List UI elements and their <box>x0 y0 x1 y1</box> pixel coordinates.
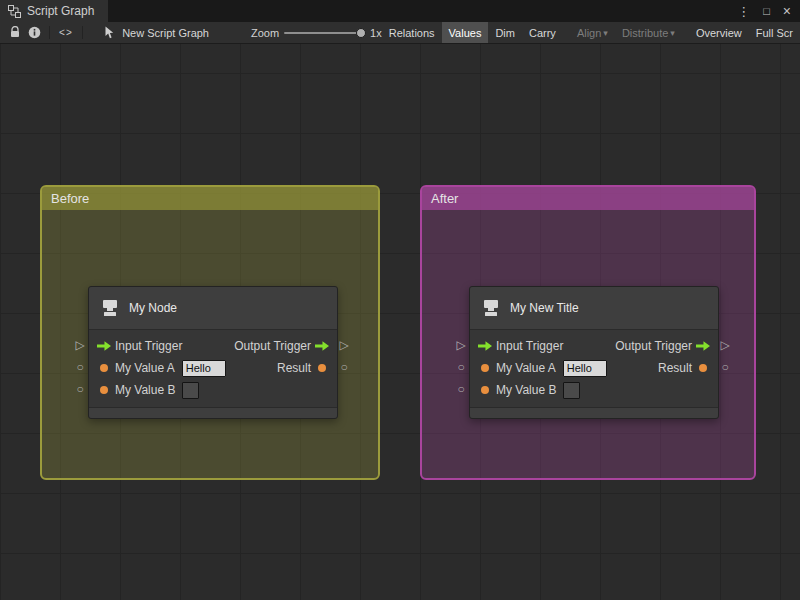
node-area: ▷ ○ ○ ▷ ○ My New Title <box>453 286 733 418</box>
node-icon <box>99 297 121 319</box>
node-ports: Input Trigger Output Trigger My Value A <box>89 330 337 405</box>
external-result-port[interactable]: ○ <box>336 360 352 374</box>
node-icon <box>480 297 502 319</box>
value-a-port[interactable] <box>476 364 494 372</box>
tab-bar: Script Graph ⋮ □ × <box>0 0 800 22</box>
toolbar-buttons: Relations Values Dim Carry Align ▾ Distr… <box>382 22 800 43</box>
value-a-label: My Value A <box>496 361 556 375</box>
group-after-title: After <box>431 191 458 206</box>
node-footer <box>89 407 337 418</box>
value-b-label: My Value B <box>496 383 556 397</box>
toolbar-gap <box>563 22 570 43</box>
node-footer <box>470 407 718 418</box>
value-b-row: My Value B <box>89 379 337 401</box>
result-port[interactable] <box>694 364 712 372</box>
group-after[interactable]: After ▷ ○ ○ ▷ ○ <box>420 185 756 480</box>
output-trigger-port[interactable] <box>313 341 331 351</box>
value-b-port[interactable] <box>476 386 494 394</box>
value-a-port[interactable] <box>95 364 113 372</box>
tab-script-graph[interactable]: Script Graph <box>0 0 108 22</box>
external-input-trigger-port[interactable]: ▷ <box>72 338 88 352</box>
input-trigger-label: Input Trigger <box>115 339 182 353</box>
toolbar-separator <box>82 26 83 39</box>
node-title: My New Title <box>510 301 579 315</box>
input-trigger-port[interactable] <box>476 341 494 351</box>
group-before-title: Before <box>51 191 89 206</box>
external-output-trigger-port[interactable]: ▷ <box>336 338 352 352</box>
graph-pointer-icon <box>104 26 116 39</box>
tab-title: Script Graph <box>27 4 94 18</box>
external-value-a-port[interactable]: ○ <box>72 360 88 374</box>
values-button[interactable]: Values <box>442 22 489 43</box>
zoom-value: 1x <box>370 27 382 39</box>
zoom-label: Zoom <box>251 27 279 39</box>
value-b-input[interactable] <box>563 382 580 399</box>
value-b-input[interactable] <box>182 382 199 399</box>
node-header[interactable]: My New Title <box>470 287 718 330</box>
external-input-trigger-port[interactable]: ▷ <box>453 338 469 352</box>
relations-button[interactable]: Relations <box>382 22 442 43</box>
value-port-icon <box>100 364 108 372</box>
value-a-row: My Value A Result <box>89 357 337 379</box>
node-title: My Node <box>129 301 177 315</box>
distribute-button[interactable]: Distribute ▾ <box>615 22 682 43</box>
info-icon[interactable] <box>25 24 44 42</box>
node-header[interactable]: My Node <box>89 287 337 330</box>
value-a-label: My Value A <box>115 361 175 375</box>
trigger-row: Input Trigger Output Trigger <box>470 335 718 357</box>
value-a-input[interactable] <box>182 360 226 377</box>
toolbar-separator <box>49 26 50 39</box>
value-port-icon <box>481 364 489 372</box>
value-port-icon <box>100 386 108 394</box>
zoom-slider-knob[interactable] <box>356 28 366 38</box>
value-b-port[interactable] <box>95 386 113 394</box>
window-controls: ⋮ □ × <box>737 0 800 22</box>
output-trigger-label: Output Trigger <box>615 339 692 353</box>
node-after[interactable]: My New Title Input Trigger Output Trigge… <box>469 286 719 419</box>
fullscreen-button[interactable]: Full Scr <box>749 22 800 43</box>
distribute-button-label: Distribute <box>622 27 668 39</box>
window-close-icon[interactable]: × <box>783 4 791 18</box>
group-after-header[interactable]: After <box>422 187 754 210</box>
toolbar-gap <box>682 22 689 43</box>
value-a-row: My Value A Result <box>470 357 718 379</box>
dropdown-arrow-icon: ▾ <box>603 28 608 38</box>
dropdown-arrow-icon: ▾ <box>670 28 675 38</box>
dim-button[interactable]: Dim <box>488 22 522 43</box>
value-b-label: My Value B <box>115 383 175 397</box>
output-trigger-port[interactable] <box>694 341 712 351</box>
script-graph-icon <box>8 5 21 18</box>
lock-icon[interactable] <box>6 24 25 42</box>
group-before-header[interactable]: Before <box>42 187 378 210</box>
output-trigger-label: Output Trigger <box>234 339 311 353</box>
external-value-a-port[interactable]: ○ <box>453 360 469 374</box>
zoom-slider[interactable] <box>284 27 365 39</box>
window-maximize-icon[interactable]: □ <box>763 6 770 17</box>
align-button[interactable]: Align ▾ <box>570 22 615 43</box>
value-port-icon <box>481 386 489 394</box>
node-ports: Input Trigger Output Trigger My Value A <box>470 330 718 405</box>
node-before[interactable]: My Node Input Trigger Output Trigger <box>88 286 338 419</box>
carry-button[interactable]: Carry <box>522 22 563 43</box>
input-trigger-port[interactable] <box>95 341 113 351</box>
graph-name-button[interactable]: New Script Graph <box>104 26 209 39</box>
window-menu-icon[interactable]: ⋮ <box>737 5 750 18</box>
external-value-b-port[interactable]: ○ <box>453 382 469 396</box>
result-port[interactable] <box>313 364 331 372</box>
group-before[interactable]: Before ▷ ○ ○ ▷ ○ <box>40 185 380 480</box>
value-b-row: My Value B <box>470 379 718 401</box>
trigger-row: Input Trigger Output Trigger <box>89 335 337 357</box>
graph-toolbar: <> New Script Graph Zoom 1x Relations Va… <box>0 22 800 44</box>
align-button-label: Align <box>577 27 601 39</box>
result-label: Result <box>277 361 311 375</box>
graph-canvas[interactable]: Before ▷ ○ ○ ▷ ○ <box>0 44 800 600</box>
value-a-input[interactable] <box>563 360 607 377</box>
external-result-port[interactable]: ○ <box>717 360 733 374</box>
overview-button[interactable]: Overview <box>689 22 749 43</box>
external-output-trigger-port[interactable]: ▷ <box>717 338 733 352</box>
value-port-icon <box>699 364 707 372</box>
code-icon[interactable]: <> <box>55 24 78 42</box>
node-area: ▷ ○ ○ ▷ ○ My Node <box>72 286 352 418</box>
unity-script-graph-window: Script Graph ⋮ □ × <> <box>0 0 800 44</box>
external-value-b-port[interactable]: ○ <box>72 382 88 396</box>
